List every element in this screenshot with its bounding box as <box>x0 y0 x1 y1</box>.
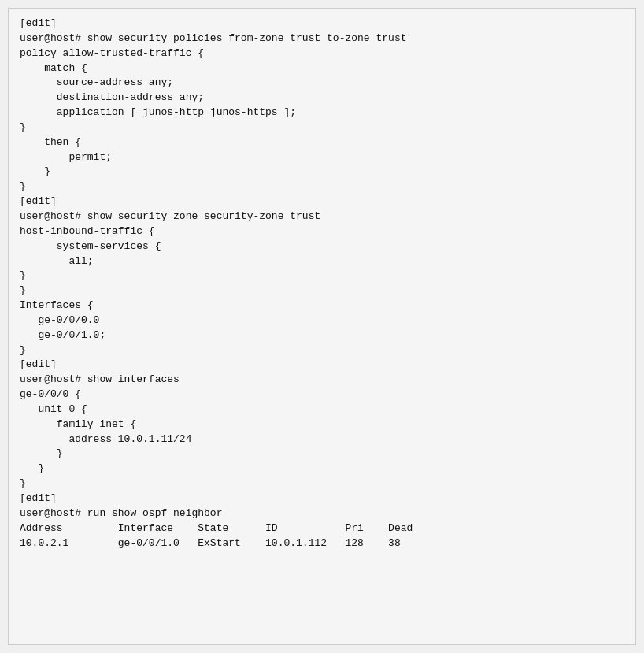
terminal-line: user@host# run show ospf neighbor <box>20 506 624 521</box>
terminal-line: all; <box>20 254 624 269</box>
terminal-line: } <box>20 180 624 195</box>
terminal-line: destination-address any; <box>20 91 624 106</box>
terminal-line: 10.0.2.1 ge-0/0/1.0 ExStart 10.0.1.112 1… <box>20 536 624 551</box>
terminal-line: address 10.0.1.11/24 <box>20 432 624 447</box>
terminal-line: } <box>20 165 624 180</box>
terminal-output: [edit]user@host# show security policies … <box>20 17 624 551</box>
terminal-line: ge-0/0/1.0; <box>20 328 624 343</box>
terminal-line: } <box>20 121 624 135</box>
terminal-line: } <box>20 477 624 492</box>
terminal-line: family inet { <box>20 417 624 432</box>
terminal-line: system-services { <box>20 239 624 254</box>
terminal-line: user@host# show security policies from-z… <box>20 32 624 46</box>
terminal-line: user@host# show interfaces <box>20 373 624 388</box>
terminal-line: user@host# show security zone security-z… <box>20 210 624 224</box>
terminal-line: unit 0 { <box>20 403 624 417</box>
terminal-line: [edit] <box>20 17 624 32</box>
terminal-line: [edit] <box>20 358 624 373</box>
terminal-line: } <box>20 343 624 358</box>
terminal-line: ge-0/0/0 { <box>20 388 624 403</box>
terminal-line: } <box>20 269 624 284</box>
terminal-line: match { <box>20 61 624 76</box>
terminal-line: then { <box>20 135 624 150</box>
terminal-line: application [ junos-http junos-https ]; <box>20 106 624 121</box>
terminal-line: permit; <box>20 150 624 165</box>
terminal-line: Address Interface State ID Pri Dead <box>20 521 624 536</box>
terminal-line: host-inbound-traffic { <box>20 224 624 239</box>
terminal-line: } <box>20 462 624 477</box>
terminal-line: [edit] <box>20 492 624 506</box>
terminal-line: Interfaces { <box>20 299 624 314</box>
terminal-window: [edit]user@host# show security policies … <box>8 8 636 645</box>
terminal-line: } <box>20 284 624 299</box>
terminal-line: ge-0/0/0.0 <box>20 314 624 328</box>
terminal-line: policy allow-trusted-traffic { <box>20 46 624 61</box>
terminal-line: source-address any; <box>20 76 624 91</box>
terminal-line: [edit] <box>20 195 624 210</box>
terminal-line: } <box>20 447 624 462</box>
